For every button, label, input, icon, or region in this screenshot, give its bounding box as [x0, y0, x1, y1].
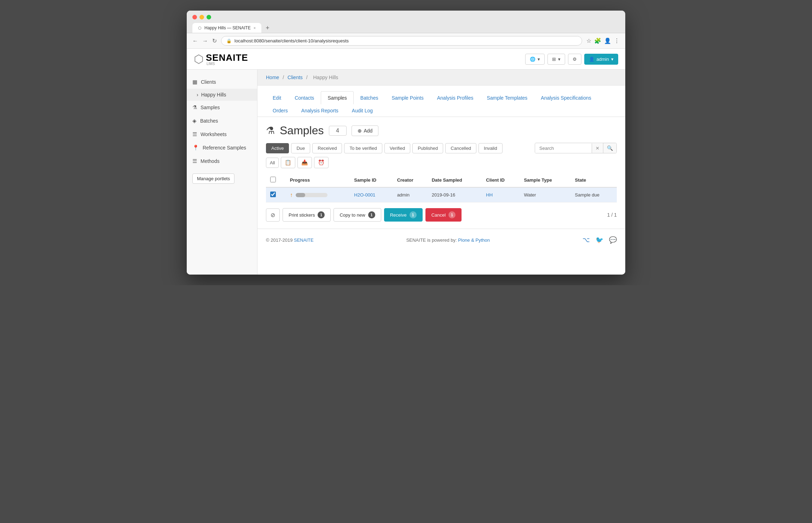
tab-analysis-specifications[interactable]: Analysis Specifications [534, 91, 598, 104]
tab-sample-templates[interactable]: Sample Templates [480, 91, 534, 104]
methods-icon: ☰ [192, 158, 197, 164]
samples-icon: ⚗ [192, 104, 197, 111]
action-icons-row: All 📋 📥 ⏰ [266, 157, 617, 168]
cancel-button[interactable]: Cancel 1 [425, 208, 462, 222]
grid-icon: ⊞ [552, 57, 556, 62]
row-client-id[interactable]: HH [482, 187, 520, 202]
receive-icon-btn[interactable]: 📥 [297, 157, 312, 168]
select-all-checkbox[interactable] [270, 177, 276, 182]
new-tab-button[interactable]: + [263, 24, 272, 32]
filter-received[interactable]: Received [312, 143, 342, 153]
forward-button[interactable]: → [202, 38, 208, 44]
extension-button[interactable]: 🧩 [594, 37, 601, 44]
sidebar-item-clients[interactable]: ▦ Clients [187, 75, 257, 89]
reference-icon: 📍 [192, 145, 199, 151]
lock-icon: 🔒 [226, 39, 232, 43]
print-stickers-button[interactable]: Print stickers 1 [283, 208, 331, 222]
filter-due[interactable]: Due [291, 143, 310, 153]
sidebar-label-clients: Clients [201, 79, 216, 85]
search-go-icon[interactable]: 🔍 [603, 143, 616, 153]
receive-button[interactable]: Receive 1 [384, 208, 423, 222]
select-all-btn[interactable]: All [266, 158, 279, 168]
github-icon[interactable]: ⌥ [582, 236, 590, 244]
admin-button[interactable]: 👤 admin ▾ [584, 54, 618, 65]
content-area: Home / Clients / Happy Hills Edit Contac… [257, 70, 625, 275]
tab-analysis-reports[interactable]: Analysis Reports [295, 104, 345, 117]
globe-button[interactable]: 🌐 ▾ [525, 54, 545, 65]
filter-active[interactable]: Active [266, 143, 289, 153]
breadcrumb-clients[interactable]: Clients [288, 75, 303, 80]
col-client-id: Client ID [482, 173, 520, 187]
chevron-icon: › [197, 92, 198, 98]
tab-close-icon[interactable]: × [254, 26, 256, 30]
clock-icon-btn[interactable]: ⏰ [314, 157, 329, 168]
deselect-button[interactable]: ⊘ [266, 208, 280, 222]
filter-invalid[interactable]: Invalid [478, 143, 503, 153]
sample-id-link[interactable]: H2O-0001 [354, 192, 375, 198]
search-box: ✕ 🔍 [535, 143, 617, 153]
print-stickers-label: Print stickers [289, 212, 315, 218]
footer-plone-link[interactable]: Plone & Python [458, 237, 490, 243]
row-checkbox[interactable] [270, 192, 276, 197]
copy-icon-btn[interactable]: 📋 [281, 157, 295, 168]
filter-verified[interactable]: Verified [384, 143, 410, 153]
logo-hex-icon: ⬡ [194, 52, 204, 66]
bottom-actions: ⊘ Print stickers 1 Copy to new 1 Receive [266, 208, 617, 222]
footer-brand-link[interactable]: SENAITE [294, 237, 314, 243]
chat-icon[interactable]: 💬 [609, 236, 617, 244]
footer: © 2017-2019 SENAITE SENAITE is powered b… [257, 229, 625, 251]
footer-social: ⌥ 🐦 💬 [582, 236, 617, 244]
close-button[interactable] [192, 15, 197, 19]
user-icon: 👤 [589, 57, 594, 62]
copy-to-new-button[interactable]: Copy to new 1 [334, 208, 381, 222]
count-badge: 4 [329, 126, 347, 136]
row-sample-id[interactable]: H2O-0001 [350, 187, 393, 202]
tab-batches[interactable]: Batches [354, 91, 385, 104]
client-id-link[interactable]: HH [486, 192, 493, 198]
search-clear-icon[interactable]: ✕ [592, 143, 603, 153]
tab-audit-log[interactable]: Audit Log [345, 104, 379, 117]
tab-analysis-profiles[interactable]: Analysis Profiles [430, 91, 480, 104]
samples-section-icon: ⚗ [266, 125, 275, 136]
refresh-button[interactable]: ↻ [212, 37, 217, 44]
breadcrumb: Home / Clients / Happy Hills [257, 70, 625, 86]
search-input[interactable] [535, 143, 592, 153]
maximize-button[interactable] [207, 15, 211, 19]
sidebar: ▦ Clients › Happy Hills ⚗ Samples ◈ Batc… [187, 70, 257, 275]
sidebar-item-happy-hills[interactable]: › Happy Hills [187, 89, 257, 101]
bookmark-button[interactable]: ☆ [586, 37, 591, 44]
filter-cancelled[interactable]: Cancelled [445, 143, 476, 153]
tab-sample-points[interactable]: Sample Points [385, 91, 430, 104]
grid-button[interactable]: ⊞ ▾ [547, 54, 565, 65]
breadcrumb-home[interactable]: Home [266, 75, 279, 80]
tab-samples[interactable]: Samples [321, 91, 353, 104]
back-button[interactable]: ← [192, 38, 198, 44]
url-box[interactable]: 🔒 localhost:8080/senaite/clients/client-… [221, 36, 582, 46]
sidebar-label-samples: Samples [201, 105, 220, 110]
sidebar-item-samples[interactable]: ⚗ Samples [187, 101, 257, 114]
row-select[interactable] [266, 187, 286, 202]
filter-published[interactable]: Published [412, 143, 443, 153]
clients-icon: ▦ [192, 79, 197, 85]
tab-contacts[interactable]: Contacts [288, 91, 321, 104]
priority-icon: ↑ [290, 192, 293, 198]
add-button[interactable]: ⊕ Add [352, 125, 379, 136]
top-nav: ⬡ SENAITE LIMS 🌐 ▾ ⊞ ▾ ⚙ [187, 49, 625, 70]
tab-edit[interactable]: Edit [266, 91, 288, 104]
twitter-icon[interactable]: 🐦 [596, 236, 603, 244]
gear-icon: ⚙ [573, 57, 577, 62]
tab-favicon: ⬡ [198, 26, 202, 30]
browser-tab[interactable]: ⬡ Happy Hills — SENAITE × [192, 23, 261, 33]
gear-button[interactable]: ⚙ [568, 54, 581, 65]
minimize-button[interactable] [199, 15, 204, 19]
sidebar-item-batches[interactable]: ◈ Batches [187, 114, 257, 128]
profile-button[interactable]: 👤 [604, 37, 611, 44]
sidebar-item-methods[interactable]: ☰ Methods [187, 154, 257, 168]
tab-orders[interactable]: Orders [266, 104, 295, 117]
filter-to-be-verified[interactable]: To be verified [344, 143, 382, 153]
sidebar-item-reference-samples[interactable]: 📍 Reference Samples [187, 141, 257, 154]
add-label: Add [364, 128, 373, 134]
manage-portlets-button[interactable]: Manage portlets [192, 174, 234, 184]
menu-button[interactable]: ⋮ [614, 37, 620, 44]
sidebar-item-worksheets[interactable]: ☰ Worksheets [187, 128, 257, 141]
